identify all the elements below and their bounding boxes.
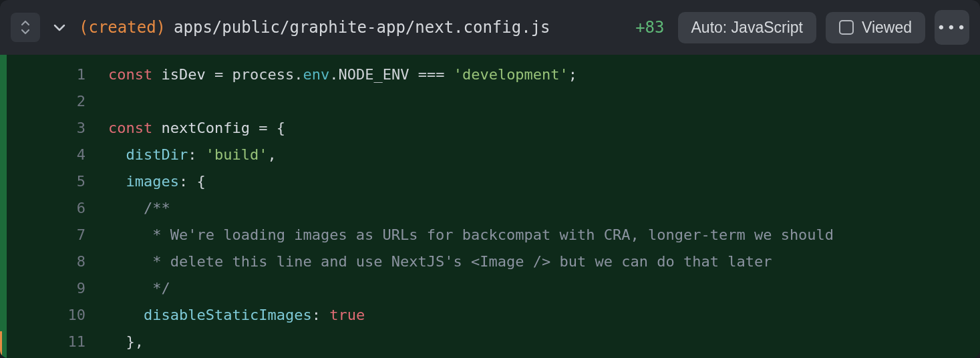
chevron-down-icon xyxy=(53,23,66,32)
collapse-button[interactable] xyxy=(49,17,69,37)
line-number[interactable]: 7 xyxy=(7,222,86,248)
file-path[interactable]: apps/public/graphite-app/next.config.js xyxy=(174,18,550,37)
code-line[interactable]: images: { xyxy=(108,168,980,195)
file-header: (created) apps/public/graphite-app/next.… xyxy=(0,0,980,55)
line-number[interactable]: 8 xyxy=(7,248,86,275)
code-line[interactable]: * delete this line and use NextJS's <Ima… xyxy=(108,248,980,275)
code-line[interactable]: const isDev = process.env.NODE_ENV === '… xyxy=(108,61,980,88)
code-line[interactable]: }, xyxy=(108,329,980,355)
line-number[interactable]: 10 xyxy=(7,302,86,329)
code-line[interactable]: disableStaticImages: true xyxy=(108,302,980,329)
code-line[interactable]: */ xyxy=(108,275,980,302)
line-numbers: 1234567891011 xyxy=(7,55,96,358)
code-line[interactable]: * We're loading images as URLs for backc… xyxy=(108,222,980,248)
file-info: (created) apps/public/graphite-app/next.… xyxy=(79,18,626,37)
line-number[interactable]: 2 xyxy=(7,88,86,115)
diff-gutter-stripe xyxy=(0,55,7,358)
file-status: (created) xyxy=(79,18,166,37)
line-number[interactable]: 1 xyxy=(7,61,86,88)
ellipsis-icon: ••• xyxy=(937,19,967,36)
expand-icon xyxy=(19,20,31,35)
viewed-toggle[interactable]: Viewed xyxy=(826,12,925,43)
code-line[interactable] xyxy=(108,88,980,115)
line-number[interactable]: 3 xyxy=(7,115,86,142)
more-button[interactable]: ••• xyxy=(935,10,969,45)
line-number[interactable]: 4 xyxy=(7,142,86,168)
language-label: Auto: JavaScript xyxy=(691,19,803,37)
line-number[interactable]: 9 xyxy=(7,275,86,302)
diff-stat: +83 xyxy=(635,18,664,37)
code-line[interactable]: const nextConfig = { xyxy=(108,115,980,142)
line-number[interactable]: 11 xyxy=(7,329,86,355)
code-line[interactable]: distDir: 'build', xyxy=(108,142,980,168)
language-selector[interactable]: Auto: JavaScript xyxy=(678,12,816,43)
code-area: 1234567891011 const isDev = process.env.… xyxy=(0,55,980,358)
code-content[interactable]: const isDev = process.env.NODE_ENV === '… xyxy=(96,55,980,358)
code-line[interactable]: /** xyxy=(108,195,980,222)
viewed-label: Viewed xyxy=(862,19,912,37)
checkbox-icon xyxy=(839,20,854,35)
expand-button[interactable] xyxy=(11,13,40,42)
line-number[interactable]: 6 xyxy=(7,195,86,222)
line-number[interactable]: 5 xyxy=(7,168,86,195)
